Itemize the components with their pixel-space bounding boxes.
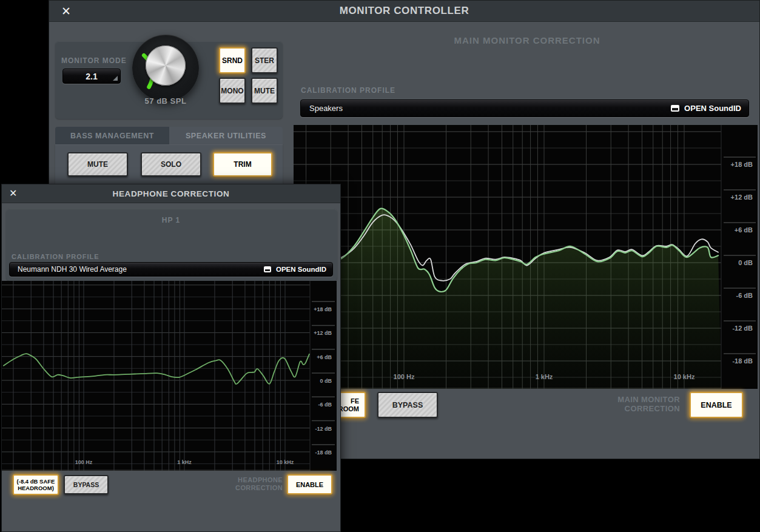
- svg-text:-12 dB: -12 dB: [315, 426, 332, 432]
- svg-text:-6 dB: -6 dB: [318, 402, 332, 408]
- hp-safe-headroom-button[interactable]: (-8.4 dB SAFE HEADROOM): [13, 474, 59, 495]
- hp-safe-headroom-line2: HEADROOM): [18, 485, 54, 491]
- svg-text:10 kHz: 10 kHz: [674, 373, 695, 380]
- svg-text:+12 dB: +12 dB: [731, 194, 753, 201]
- tab-bass-management-label: BASS MANAGEMENT: [70, 132, 154, 140]
- svg-text:+6 dB: +6 dB: [735, 226, 753, 234]
- svg-text:1 kHz: 1 kHz: [536, 373, 553, 380]
- ster-label: STER: [255, 56, 274, 65]
- main-safe-headroom-line1: FE: [351, 397, 359, 405]
- tab-speaker-utilities[interactable]: SPEAKER UTILITIES: [169, 127, 283, 144]
- main-correction-footer-label: MAIN MONITOR CORRECTION: [617, 395, 680, 413]
- calibration-profile-label: CALIBRATION PROFILE: [301, 86, 395, 95]
- svg-text:+18 dB: +18 dB: [314, 306, 332, 312]
- svg-text:-18 dB: -18 dB: [315, 450, 332, 456]
- open-soundid-button[interactable]: OPEN SoundID: [671, 104, 741, 113]
- spl-readout: 57 dB SPL: [123, 96, 208, 106]
- svg-text:+6 dB: +6 dB: [317, 354, 332, 360]
- monitor-mode-label: MONITOR MODE: [61, 56, 127, 65]
- monitor-mode-select[interactable]: 2.1: [62, 69, 121, 84]
- hp-enable-label: ENABLE: [296, 481, 323, 488]
- svg-text:-18 dB: -18 dB: [732, 357, 753, 365]
- hp-bypass-label: BYPASS: [73, 481, 99, 488]
- headphone-correction-window: ✕ HEADPHONE CORRECTION HP 1 CALIBRATION …: [1, 184, 341, 532]
- main-bypass-label: BYPASS: [392, 401, 423, 409]
- open-soundid-label: OPEN SoundID: [684, 104, 741, 113]
- speaker-solo-button[interactable]: SOLO: [141, 152, 201, 177]
- mono-button[interactable]: MONO: [219, 78, 246, 104]
- svg-text:100 Hz: 100 Hz: [75, 459, 93, 465]
- srnd-label: SRND: [222, 56, 243, 65]
- main-bypass-button[interactable]: BYPASS: [377, 392, 438, 418]
- window-title: MONITOR CONTROLLER: [340, 5, 469, 17]
- svg-text:-12 dB: -12 dB: [732, 325, 753, 332]
- knob-cap: [146, 45, 186, 86]
- close-icon[interactable]: ✕: [61, 5, 71, 17]
- mute-mode-button[interactable]: MUTE: [251, 78, 278, 104]
- calibration-profile-value: Speakers: [309, 104, 671, 113]
- speaker-mute-button[interactable]: MUTE: [67, 152, 128, 177]
- speaker-mute-label: MUTE: [87, 160, 108, 169]
- svg-text:100 Hz: 100 Hz: [394, 373, 415, 380]
- mute-mode-label: MUTE: [254, 87, 275, 95]
- speaker-trim-button[interactable]: TRIM: [213, 152, 272, 177]
- main-correction-header: MAIN MONITOR CORRECTION: [294, 35, 760, 45]
- screen: ✕ MONITOR CONTROLLER MONITOR MODE 2.1 57…: [0, 0, 760, 532]
- hp-calibration-profile-select[interactable]: Neumann NDH 30 Wired Average OPEN SoundI…: [9, 262, 333, 277]
- svg-text:-6 dB: -6 dB: [736, 292, 753, 299]
- headphone-correction-chart: +18 dB+12 dB+6 dB0 dB-6 dB-12 dB-18 dB10…: [2, 281, 341, 471]
- tab-speaker-utilities-label: SPEAKER UTILITIES: [186, 132, 266, 140]
- monitor-controller-titlebar: ✕ MONITOR CONTROLLER: [49, 1, 759, 22]
- calibration-profile-label: CALIBRATION PROFILE: [12, 253, 99, 260]
- hp-calibration-profile-value: Neumann NDH 30 Wired Average: [18, 265, 264, 274]
- svg-text:+18 dB: +18 dB: [731, 161, 753, 168]
- ster-button[interactable]: STER: [251, 47, 278, 73]
- window-title: HEADPHONE CORRECTION: [113, 189, 230, 198]
- hp1-output-label: HP 1: [2, 216, 340, 224]
- speaker-trim-label: TRIM: [234, 160, 251, 169]
- mono-label: MONO: [221, 87, 243, 95]
- main-correction-chart: +18 dB+12 dB+6 dB0 dB-6 dB-12 dB-18 dB10…: [294, 125, 760, 389]
- window-icon: [264, 266, 271, 272]
- hp-open-soundid-label: OPEN SoundID: [276, 266, 326, 273]
- tab-bass-management[interactable]: BASS MANAGEMENT: [55, 127, 169, 144]
- hp-open-soundid-button[interactable]: OPEN SoundID: [264, 266, 326, 273]
- hp-correction-footer-label: HEADPHONE CORRECTION: [235, 476, 283, 492]
- svg-text:+12 dB: +12 dB: [314, 330, 332, 336]
- main-enable-label: ENABLE: [701, 401, 731, 409]
- svg-text:0 dB: 0 dB: [738, 259, 753, 266]
- svg-text:1 kHz: 1 kHz: [177, 459, 192, 465]
- svg-text:0 dB: 0 dB: [320, 378, 332, 384]
- calibration-profile-select[interactable]: Speakers OPEN SoundID: [300, 99, 749, 117]
- monitor-mode-value: 2.1: [63, 72, 120, 81]
- hp-enable-button[interactable]: ENABLE: [287, 474, 332, 494]
- dropdown-corner-icon: [113, 76, 118, 81]
- srnd-button[interactable]: SRND: [219, 47, 246, 73]
- volume-knob[interactable]: [132, 35, 199, 101]
- window-icon: [671, 105, 679, 112]
- headphone-titlebar: ✕ HEADPHONE CORRECTION: [2, 184, 340, 203]
- speaker-solo-label: SOLO: [161, 160, 181, 169]
- close-icon[interactable]: ✕: [9, 189, 17, 198]
- main-enable-button[interactable]: ENABLE: [690, 392, 743, 418]
- svg-text:10 kHz: 10 kHz: [277, 459, 294, 465]
- hp-safe-headroom-line1: (-8.4 dB SAFE: [17, 478, 55, 485]
- hp-bypass-button[interactable]: BYPASS: [64, 475, 109, 494]
